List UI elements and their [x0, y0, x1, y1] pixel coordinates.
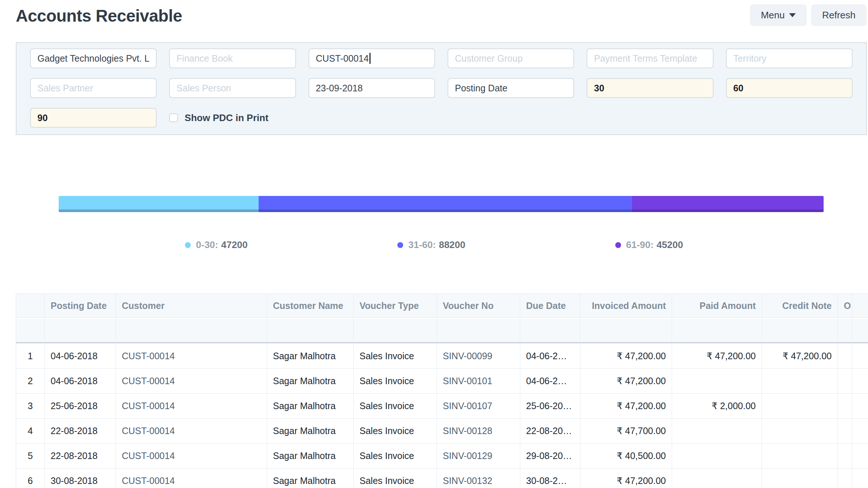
show-pdc-checkbox-wrap: Show PDC in Print	[169, 108, 435, 128]
payment-terms-template-filter-input[interactable]	[587, 48, 713, 68]
customer-group-filter-input[interactable]	[448, 48, 574, 68]
cell-voucher-no[interactable]: SINV-00099	[437, 344, 520, 369]
header-customer[interactable]: Customer	[116, 294, 267, 318]
header-credit-note[interactable]: Credit Note	[762, 294, 838, 318]
company-filter-input[interactable]	[30, 48, 157, 68]
cell-spacer	[852, 469, 868, 488]
cell-row-index: 6	[16, 469, 45, 488]
header-posting-date[interactable]: Posting Date	[45, 294, 116, 318]
cell-posting-date: 04-06-2018	[45, 344, 116, 369]
menu-button-label: Menu	[761, 10, 785, 21]
cell-invoiced-amount: ₹ 47,200.00	[580, 369, 672, 394]
legend-item-31-60: 31-60:88200	[397, 239, 465, 251]
legend-value: 47200	[221, 239, 248, 251]
header-outstanding-amount[interactable]: O	[838, 294, 852, 318]
cell-voucher-type: Sales Invoice	[354, 419, 437, 444]
filter-section: CUST-00014 Show PDC in Print	[16, 42, 867, 135]
cell-paid-amount: ₹ 47,200.00	[672, 344, 762, 369]
cell-voucher-no[interactable]: SINV-00129	[437, 444, 520, 469]
column-filter-row-index[interactable]	[16, 319, 45, 343]
territory-filter-input[interactable]	[726, 48, 853, 68]
show-pdc-checkbox[interactable]	[169, 113, 178, 122]
cell-posting-date: 25-06-2018	[45, 394, 116, 419]
cell-row-index: 4	[16, 419, 45, 444]
cell-voucher-no[interactable]: SINV-00107	[437, 394, 520, 419]
report-table: Posting DateCustomerCustomer NameVoucher…	[16, 294, 868, 488]
cell-voucher-no[interactable]: SINV-00128	[437, 419, 520, 444]
cell-spacer	[852, 369, 868, 394]
column-filter-paid-amount[interactable]	[672, 319, 762, 343]
cell-voucher-no[interactable]: SINV-00101	[437, 369, 520, 394]
menu-button[interactable]: Menu	[750, 4, 807, 26]
cell-customer[interactable]: CUST-00014	[116, 419, 267, 444]
finance-book-filter-input[interactable]	[169, 48, 296, 68]
ageing-range-2-input[interactable]	[726, 78, 853, 98]
cell-customer[interactable]: CUST-00014	[116, 344, 267, 369]
cell-due-date: 25-06-20…	[520, 394, 580, 419]
header-voucher-no[interactable]: Voucher No	[437, 294, 520, 318]
sales-person-filter-input[interactable]	[169, 78, 296, 98]
cell-paid-amount	[672, 419, 762, 444]
ageing-percentage-bar	[59, 196, 824, 212]
cell-invoiced-amount: ₹ 47,200.00	[580, 469, 672, 488]
chart-segment-31-60	[259, 196, 632, 212]
cell-voucher-type: Sales Invoice	[354, 369, 437, 394]
column-filter-posting-date[interactable]	[45, 319, 116, 343]
cell-invoiced-amount: ₹ 47,700.00	[580, 419, 672, 444]
cell-credit-note	[762, 469, 838, 488]
cell-customer[interactable]: CUST-00014	[116, 369, 267, 394]
cell-customer[interactable]: CUST-00014	[116, 394, 267, 419]
column-filter-voucher-no[interactable]	[437, 319, 520, 343]
column-filter-customer[interactable]	[116, 319, 267, 343]
cell-customer[interactable]: CUST-00014	[116, 444, 267, 469]
cell-due-date: 04-06-2…	[520, 344, 580, 369]
chart-segment-61-90	[632, 196, 824, 212]
cell-credit-note	[762, 419, 838, 444]
column-filter-credit-note[interactable]	[762, 319, 838, 343]
customer-filter-input[interactable]: CUST-00014	[309, 48, 435, 68]
cell-credit-note: ₹ 47,200.00	[762, 344, 838, 369]
cell-customer-name: Sagar Malhotra	[267, 469, 354, 488]
column-filter-customer-name[interactable]	[267, 319, 354, 343]
ageing-based-on-select[interactable]	[448, 78, 574, 98]
cell-posting-date: 22-08-2018	[45, 419, 116, 444]
cell-paid-amount	[672, 469, 762, 488]
report-date-filter-input[interactable]	[309, 78, 435, 98]
show-pdc-checkbox-label: Show PDC in Print	[185, 112, 268, 124]
cell-row-index: 2	[16, 369, 45, 394]
column-filter-due-date[interactable]	[520, 319, 580, 343]
column-filter-invoiced-amount[interactable]	[580, 319, 672, 343]
cell-spacer	[852, 344, 868, 369]
cell-posting-date: 30-08-2018	[45, 469, 116, 488]
cell-customer-name: Sagar Malhotra	[267, 444, 354, 469]
ageing-range-3-input[interactable]	[30, 108, 157, 128]
legend-label: 61-90:	[626, 239, 654, 251]
cell-due-date: 22-08-20…	[520, 419, 580, 444]
legend-item-0-30: 0-30:47200	[185, 239, 248, 251]
header-spacer-empty[interactable]	[852, 294, 868, 318]
header-customer-name[interactable]: Customer Name	[267, 294, 354, 318]
cell-voucher-type: Sales Invoice	[354, 444, 437, 469]
legend-label: 0-30:	[196, 239, 218, 251]
header-voucher-type[interactable]: Voucher Type	[354, 294, 437, 318]
column-filter-spacer[interactable]	[852, 319, 868, 343]
cell-invoiced-amount: ₹ 40,500.00	[580, 444, 672, 469]
ageing-range-1-input[interactable]	[587, 78, 713, 98]
header-due-date[interactable]: Due Date	[520, 294, 580, 318]
refresh-button[interactable]: Refresh	[811, 4, 867, 26]
column-filter-voucher-type[interactable]	[354, 319, 437, 343]
header-invoiced-amount[interactable]: Invoiced Amount	[580, 294, 672, 318]
cell-customer-name: Sagar Malhotra	[267, 419, 354, 444]
cell-outstanding-amount	[838, 444, 852, 469]
cell-voucher-no[interactable]: SINV-00132	[437, 469, 520, 488]
cell-voucher-type: Sales Invoice	[354, 394, 437, 419]
legend-value: 88200	[439, 239, 465, 251]
header-paid-amount[interactable]: Paid Amount	[672, 294, 762, 318]
sales-partner-filter-input[interactable]	[30, 78, 157, 98]
cell-customer[interactable]: CUST-00014	[116, 469, 267, 488]
column-filter-outstanding-amount[interactable]	[838, 319, 852, 343]
chevron-down-icon	[789, 13, 796, 17]
text-cursor	[369, 53, 371, 64]
cell-outstanding-amount	[838, 344, 852, 369]
header-row-index-empty[interactable]	[16, 294, 45, 318]
